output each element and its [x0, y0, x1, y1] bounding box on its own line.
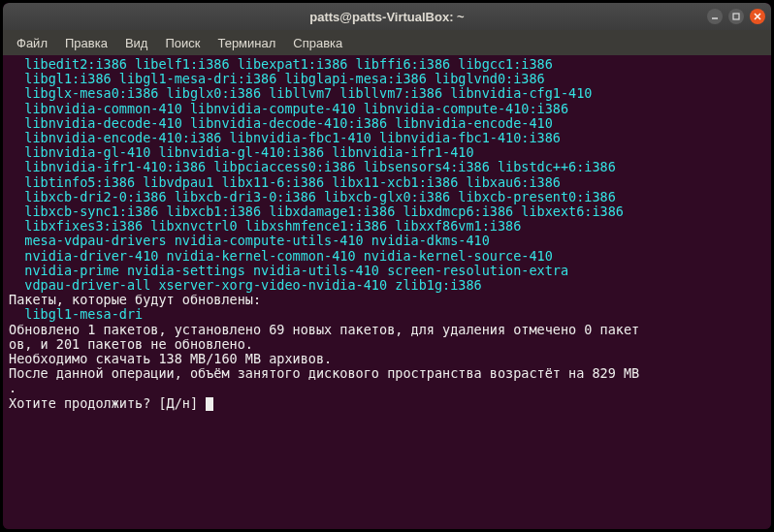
- terminal-output[interactable]: libedit2:i386 libelf1:i386 libexpat1:i38…: [3, 55, 771, 529]
- svg-rect-1: [733, 14, 739, 19]
- terminal-window: patts@patts-VirtualBox: ~ Файл Правка Ви…: [3, 3, 771, 529]
- disk-line-2: .: [9, 380, 16, 395]
- window-controls: [707, 9, 765, 24]
- download-line: Необходимо скачать 138 MB/160 MB архивов…: [9, 351, 332, 366]
- update-package: libgl1-mesa-dri: [9, 306, 143, 322]
- menu-search[interactable]: Поиск: [157, 33, 208, 53]
- close-button[interactable]: [750, 9, 765, 24]
- menu-edit[interactable]: Правка: [57, 33, 115, 53]
- summary-line-1: Обновлено 1 пакетов, установлено 69 новы…: [9, 322, 639, 337]
- menu-terminal[interactable]: Терминал: [210, 33, 283, 53]
- package-list: libedit2:i386 libelf1:i386 libexpat1:i38…: [9, 56, 624, 293]
- maximize-button[interactable]: [728, 9, 744, 24]
- update-header: Пакеты, которые будут обновлены:: [9, 292, 261, 307]
- summary-line-2: ов, и 201 пакетов не обновлено.: [9, 336, 253, 352]
- menu-view[interactable]: Вид: [117, 33, 156, 53]
- menubar: Файл Правка Вид Поиск Терминал Справка: [3, 30, 771, 55]
- window-title: patts@patts-VirtualBox: ~: [309, 10, 464, 24]
- titlebar: patts@patts-VirtualBox: ~: [3, 3, 771, 30]
- minimize-button[interactable]: [707, 9, 723, 24]
- continue-prompt: Хотите продолжить? [Д/н]: [9, 395, 206, 411]
- cursor: [206, 397, 213, 411]
- menu-help[interactable]: Справка: [285, 33, 350, 53]
- menu-file[interactable]: Файл: [9, 33, 55, 53]
- disk-line-1: После данной операции, объём занятого ди…: [9, 365, 639, 381]
